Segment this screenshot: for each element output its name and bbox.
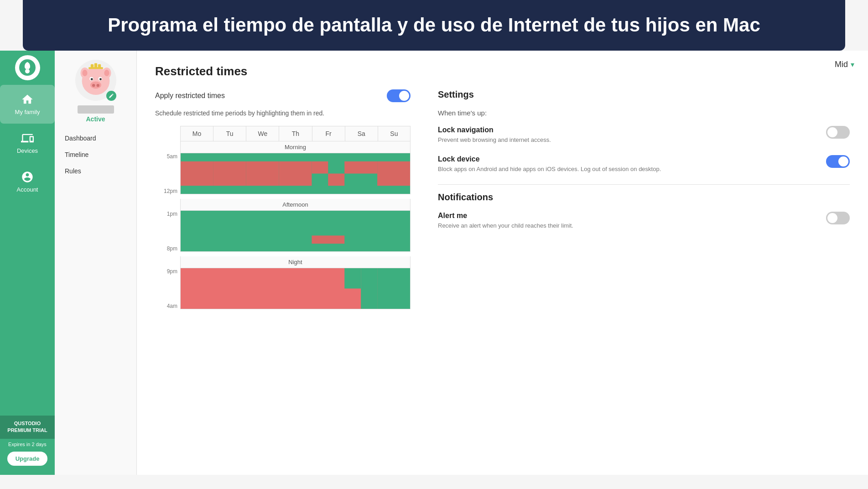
svg-point-12 [90, 81, 101, 88]
morning-section: Morning [155, 141, 411, 153]
profile-menu-rules[interactable]: Rules [59, 163, 132, 179]
afternoon-empty [155, 199, 180, 211]
morning-end: 12pm [155, 188, 177, 194]
morning-empty [155, 141, 180, 153]
alert-me-name: Alert me [438, 212, 817, 220]
night-time-labels: 9pm 4am [155, 268, 180, 309]
night-section: Night [155, 256, 411, 268]
profile-menu-dashboard[interactable]: Dashboard [59, 130, 132, 146]
sidebar-item-my-family[interactable]: My family [0, 85, 55, 124]
two-col-layout: Apply restricted times Schedule restrict… [155, 89, 850, 309]
sidebar-label-my-family: My family [15, 109, 40, 115]
afternoon-bars[interactable] [180, 211, 411, 252]
svg-rect-21 [246, 161, 279, 185]
night-bars[interactable] [180, 268, 411, 309]
chevron-down-icon: ▾ [851, 60, 854, 69]
night-label: Night [180, 256, 411, 268]
morning-svg [181, 153, 410, 194]
sidebar-item-devices[interactable]: Devices [0, 124, 55, 162]
lock-navigation-info: Lock navigation Prevent web browsing and… [438, 126, 817, 144]
alert-me-info: Alert me Receive an alert when your chil… [438, 212, 817, 230]
night-chart-row: 9pm 4am [155, 268, 411, 309]
toggle-knob [399, 91, 409, 101]
afternoon-start: 1pm [155, 211, 177, 217]
sidebar-label-account: Account [17, 186, 38, 193]
svg-point-14 [96, 84, 99, 87]
schedule-grid: Mo Tu We Th Fr Sa Su Morning [155, 126, 411, 309]
svg-rect-22 [279, 161, 312, 185]
svg-rect-32 [377, 268, 410, 309]
day-su: Su [378, 126, 411, 141]
night-empty [155, 256, 180, 268]
banner-text: Programa el tiempo de pantalla y de uso … [108, 14, 760, 36]
premium-badge: QUSTODIO PREMIUM TRIAL [0, 416, 55, 439]
day-mo: Mo [180, 126, 213, 141]
afternoon-label: Afternoon [180, 199, 411, 211]
upgrade-button[interactable]: Upgrade [7, 452, 48, 466]
morning-chart-row: 5am 12pm [155, 153, 411, 194]
schedule-description: Schedule restricted time periods by high… [155, 109, 411, 117]
lock-navigation-toggle[interactable] [826, 126, 850, 139]
svg-rect-31 [361, 268, 377, 309]
svg-rect-23 [312, 161, 328, 173]
profile-name-bar [78, 105, 114, 114]
morning-start: 5am [155, 153, 177, 160]
apply-toggle[interactable] [387, 89, 411, 102]
settings-divider [438, 184, 850, 185]
toggle-knob-alert [827, 213, 837, 223]
day-we: We [246, 126, 279, 141]
svg-rect-24 [328, 173, 344, 186]
afternoon-end: 8pm [155, 245, 177, 252]
lock-device-name: Lock device [438, 155, 817, 163]
header-empty [155, 126, 180, 141]
night-svg [181, 268, 410, 309]
afternoon-section: Afternoon [155, 199, 411, 211]
dropdown-selected: Mid [835, 60, 848, 69]
banner: Programa el tiempo de pantalla y de uso … [23, 0, 845, 51]
lock-device-row: Lock device Block apps on Android and hi… [438, 155, 850, 173]
alert-me-toggle[interactable] [826, 212, 850, 224]
svg-rect-17 [98, 64, 100, 68]
svg-point-7 [104, 69, 109, 76]
notifications-title: Notifications [438, 192, 850, 203]
alert-me-desc: Receive an alert when your child reaches… [438, 222, 817, 230]
left-column: Apply restricted times Schedule restrict… [155, 89, 411, 309]
apply-label: Apply restricted times [155, 92, 225, 100]
toggle-knob-nav [827, 127, 837, 137]
day-fr: Fr [312, 126, 345, 141]
svg-rect-28 [312, 235, 344, 244]
section-title: Restricted times [155, 64, 850, 78]
afternoon-svg [181, 211, 410, 251]
day-sa: Sa [345, 126, 378, 141]
top-dropdown[interactable]: Mid ▾ [835, 60, 854, 69]
svg-rect-26 [377, 161, 410, 185]
sidebar-item-account[interactable]: Account [0, 162, 55, 201]
svg-point-6 [82, 69, 87, 76]
lock-navigation-desc: Prevent web browsing and internet access… [438, 136, 817, 144]
day-tu: Tu [213, 126, 246, 141]
apply-row: Apply restricted times [155, 89, 411, 102]
morning-time-labels: 5am 12pm [155, 153, 180, 194]
edit-avatar-icon[interactable] [106, 91, 116, 101]
profile-menu-timeline[interactable]: Timeline [59, 146, 132, 163]
svg-point-1 [25, 69, 30, 73]
morning-label: Morning [180, 141, 411, 153]
morning-bars[interactable] [180, 153, 411, 194]
night-start: 9pm [155, 268, 177, 275]
days-header: Mo Tu We Th Fr Sa Su [155, 126, 411, 141]
sidebar-bottom: QUSTODIO PREMIUM TRIAL Expires in 2 days… [0, 411, 55, 470]
sidebar: My family Devices Account QUSTODIO PREMI… [0, 51, 55, 475]
lock-device-info: Lock device Block apps on Android and hi… [438, 155, 817, 173]
svg-rect-16 [90, 64, 93, 68]
svg-rect-30 [344, 268, 361, 289]
svg-rect-19 [181, 161, 213, 185]
alert-me-row: Alert me Receive an alert when your chil… [438, 212, 850, 230]
sidebar-label-devices: Devices [17, 147, 38, 154]
main-content: Mid ▾ Restricted times Apply restricted … [137, 51, 868, 475]
lock-device-toggle[interactable] [826, 155, 850, 168]
svg-rect-18 [94, 63, 97, 68]
right-column: Settings When time's up: Lock navigation… [438, 89, 850, 309]
svg-point-13 [92, 84, 95, 87]
lock-navigation-row: Lock navigation Prevent web browsing and… [438, 126, 850, 144]
svg-point-11 [99, 78, 102, 80]
